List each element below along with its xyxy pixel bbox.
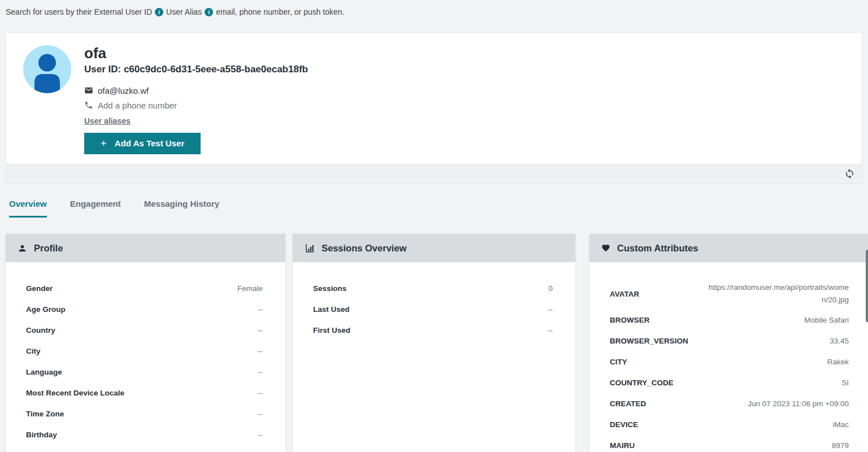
row-value: -- bbox=[548, 303, 553, 316]
row-label: City bbox=[26, 347, 41, 355]
profile-row-birthday: Birthday -- bbox=[6, 424, 285, 445]
custom-attributes-panel-body: AVATAR https://randomuser.me/api/portrai… bbox=[589, 262, 868, 452]
row-value: 33.45 bbox=[830, 335, 849, 347]
custom-attr-row-avatar: AVATAR https://randomuser.me/api/portrai… bbox=[589, 278, 868, 310]
row-label: Country bbox=[26, 326, 55, 334]
search-hint-text-middle: User Alias bbox=[166, 7, 202, 16]
row-value: -- bbox=[258, 366, 263, 379]
row-value: Jun 07 2023 11:06 pm +09:00 bbox=[748, 398, 849, 410]
profile-row-country: Country -- bbox=[6, 320, 285, 341]
row-label: Gender bbox=[26, 284, 53, 293]
row-label: Sessions bbox=[313, 284, 346, 293]
row-label: COUNTRY_CODE bbox=[610, 379, 674, 387]
row-value: -- bbox=[258, 303, 263, 316]
row-label: BROWSER bbox=[610, 316, 650, 324]
person-icon bbox=[18, 244, 27, 253]
row-value: SI bbox=[841, 377, 849, 389]
profile-panel-title: Profile bbox=[34, 243, 63, 254]
custom-attributes-panel-title: Custom Attributes bbox=[617, 243, 698, 254]
search-hint-text-before: Search for users by their External User … bbox=[6, 7, 152, 16]
row-label: AVATAR bbox=[610, 290, 639, 298]
sessions-panel-body: Sessions 0 Last Used -- First Used -- bbox=[293, 262, 575, 341]
refresh-icon bbox=[844, 168, 855, 179]
plus-icon: + bbox=[101, 138, 107, 149]
user-card: ofa User ID: c60c9dc0-6d31-5eee-a558-bae… bbox=[6, 32, 862, 184]
custom-attr-row-mairu: MAIRU 8979 bbox=[589, 435, 868, 452]
profile-panel: Profile Gender Female Age Group -- Count… bbox=[6, 234, 285, 452]
row-label: BROWSER_VERSION bbox=[610, 337, 688, 345]
row-label: MAIRU bbox=[610, 441, 635, 450]
row-label: Age Group bbox=[26, 305, 66, 314]
row-value: -- bbox=[258, 429, 263, 441]
profile-row-age-group: Age Group -- bbox=[6, 299, 285, 320]
scrollbar-thumb[interactable] bbox=[866, 250, 868, 322]
bar-chart-icon bbox=[305, 243, 315, 253]
user-id: User ID: c60c9dc0-6d31-5eee-a558-bae0eca… bbox=[84, 64, 308, 75]
custom-attr-row-created: CREATED Jun 07 2023 11:06 pm +09:00 bbox=[589, 393, 868, 414]
profile-row-city: City -- bbox=[6, 341, 285, 362]
custom-attributes-panel: Custom Attributes AVATAR https://randomu… bbox=[589, 234, 868, 452]
row-value: -- bbox=[548, 324, 553, 337]
row-value: Female bbox=[237, 282, 263, 295]
row-value: https://randomuser.me/api/portraits/wome… bbox=[708, 281, 849, 306]
envelope-icon bbox=[84, 86, 93, 95]
row-label: CITY bbox=[610, 358, 627, 366]
user-card-main: ofa User ID: c60c9dc0-6d31-5eee-a558-bae… bbox=[6, 33, 862, 164]
row-value: iMac bbox=[832, 419, 849, 431]
custom-attributes-panel-header: Custom Attributes bbox=[589, 234, 868, 262]
row-label: CREATED bbox=[610, 399, 646, 408]
profile-row-language: Language -- bbox=[6, 362, 285, 383]
refresh-button[interactable] bbox=[844, 168, 855, 179]
row-label: Last Used bbox=[313, 305, 350, 314]
profile-row-gender: Gender Female bbox=[6, 278, 285, 299]
row-value: -- bbox=[258, 387, 263, 399]
sessions-overview-panel: Sessions Overview Sessions 0 Last Used -… bbox=[293, 234, 575, 452]
add-as-test-user-button[interactable]: + Add As Test User bbox=[84, 133, 201, 154]
avatar bbox=[23, 45, 71, 93]
tab-overview[interactable]: Overview bbox=[9, 199, 47, 218]
heart-icon bbox=[601, 244, 610, 253]
email-row: ofa@luzko.wf bbox=[84, 86, 308, 95]
sessions-row-last-used: Last Used -- bbox=[293, 299, 575, 320]
custom-attr-row-city: CITY Rakek bbox=[589, 351, 868, 372]
row-value: 0 bbox=[548, 282, 553, 295]
custom-attr-row-browser: BROWSER Mobile Safari bbox=[589, 310, 868, 331]
custom-attr-row-country-code: COUNTRY_CODE SI bbox=[589, 372, 868, 393]
row-value: 8979 bbox=[832, 440, 849, 452]
tab-bar: Overview Engagement Messaging History bbox=[9, 199, 219, 218]
sessions-panel-header: Sessions Overview bbox=[293, 234, 575, 262]
search-hint-text-after: email, phone number, or push token. bbox=[216, 7, 344, 16]
user-aliases-link[interactable]: User aliases bbox=[84, 116, 131, 125]
user-info: ofa User ID: c60c9dc0-6d31-5eee-a558-bae… bbox=[84, 45, 308, 164]
person-silhouette-icon bbox=[23, 45, 71, 93]
row-value: -- bbox=[258, 408, 263, 420]
sessions-row-first-used: First Used -- bbox=[293, 320, 575, 341]
row-label: Birthday bbox=[26, 431, 57, 439]
row-value: -- bbox=[258, 345, 263, 358]
sessions-row-sessions: Sessions 0 bbox=[293, 278, 575, 299]
info-icon[interactable]: i bbox=[155, 8, 163, 16]
sessions-panel-title: Sessions Overview bbox=[322, 243, 406, 254]
row-label: Language bbox=[26, 368, 62, 376]
row-label: Most Recent Device Locale bbox=[26, 389, 124, 397]
row-label: DEVICE bbox=[610, 420, 638, 429]
search-hint: Search for users by their External User … bbox=[6, 7, 344, 16]
tab-messaging-history[interactable]: Messaging History bbox=[144, 199, 219, 218]
user-card-footer bbox=[6, 164, 862, 183]
email-value: ofa@luzko.wf bbox=[98, 86, 149, 95]
row-value: -- bbox=[258, 324, 263, 337]
user-name: ofa bbox=[84, 45, 308, 62]
profile-row-time-zone: Time Zone -- bbox=[6, 403, 285, 424]
row-label: First Used bbox=[313, 326, 350, 334]
tab-engagement[interactable]: Engagement bbox=[70, 199, 121, 218]
user-profile-page: Search for users by their External User … bbox=[0, 0, 868, 452]
row-value: Rakek bbox=[827, 356, 849, 368]
add-phone-action[interactable]: Add a phone number bbox=[84, 101, 308, 110]
info-icon[interactable]: i bbox=[205, 8, 213, 16]
panels-row: Profile Gender Female Age Group -- Count… bbox=[6, 234, 868, 452]
profile-panel-header: Profile bbox=[6, 234, 285, 262]
add-phone-label: Add a phone number bbox=[98, 101, 177, 110]
phone-icon bbox=[84, 101, 93, 110]
profile-row-device-locale: Most Recent Device Locale -- bbox=[6, 383, 285, 403]
custom-attr-row-device: DEVICE iMac bbox=[589, 414, 868, 435]
